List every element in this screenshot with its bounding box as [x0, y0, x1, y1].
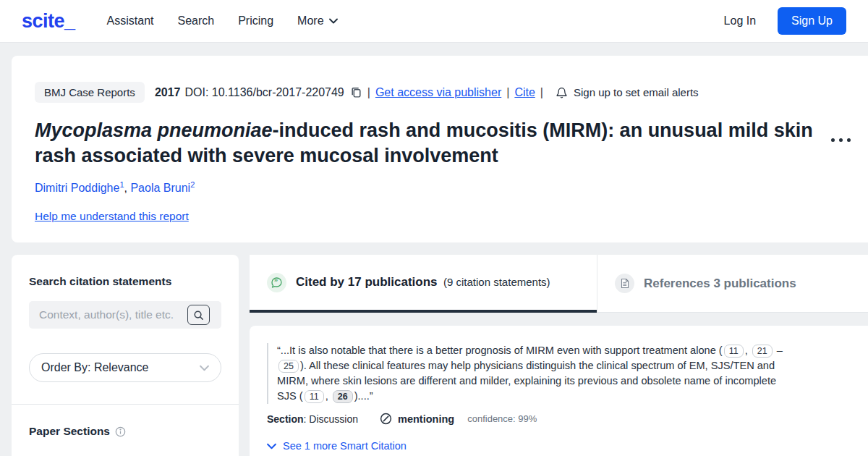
help-understand-link[interactable]: Help me understand this report	[35, 210, 189, 223]
chevron-down-icon	[267, 443, 276, 449]
quote-text: )....”	[354, 390, 373, 402]
sidebar-divider	[12, 404, 239, 405]
chevron-down-icon	[200, 365, 209, 371]
see-more-label: See 1 more Smart Citation	[283, 440, 407, 452]
search-submit-button[interactable]	[187, 305, 210, 325]
meta-separator: |	[506, 86, 509, 99]
author-link[interactable]: Dimitri Poddighe1	[35, 182, 124, 194]
quote-text: ,	[326, 390, 331, 402]
paper-doi: DOI: 10.1136/bcr-2017-220749	[184, 86, 344, 99]
get-access-link[interactable]: Get access via publisher	[375, 86, 501, 99]
chevron-down-icon	[329, 18, 338, 24]
bell-icon	[556, 86, 568, 99]
citation-ref-pill[interactable]: 11	[305, 390, 324, 403]
scite-logo[interactable]: scite_	[22, 10, 75, 33]
section-value: : Discussion	[304, 413, 358, 425]
dot	[847, 138, 851, 142]
dot	[831, 138, 835, 142]
tab-references-label: References 3 publications	[644, 276, 796, 291]
author-name: Dimitri Poddighe	[35, 182, 119, 194]
quote-text: ,	[745, 345, 751, 356]
mentioning-icon	[380, 413, 392, 425]
paper-sections-heading: Paper Sections	[29, 425, 110, 438]
paper-header-card: BMJ Case Reports 2017 DOI: 10.1136/bcr-2…	[12, 56, 868, 242]
cite-link[interactable]: Cite	[514, 86, 535, 99]
publications-tabbar: ” Cited by 17 publications (9 citation s…	[250, 255, 868, 313]
meta-separator: |	[367, 86, 370, 99]
email-alerts-label: Sign up to set email alerts	[574, 86, 699, 98]
citation-meta-row: Section: Discussion mentioning confidenc…	[267, 413, 851, 425]
citation-ref-pill[interactable]: 21	[752, 345, 773, 358]
quote-text: –	[774, 345, 783, 356]
nav-item-pricing[interactable]: Pricing	[238, 14, 273, 28]
info-icon[interactable]	[115, 426, 126, 437]
order-by-value: Order By: Relevance	[41, 361, 149, 374]
citation-statements-count: (9 citation statements)	[443, 276, 550, 288]
document-icon	[615, 274, 634, 293]
confidence-value: confidence: 99%	[467, 413, 537, 424]
dot	[839, 138, 843, 142]
more-options-menu[interactable]	[828, 135, 854, 145]
tab-references[interactable]: References 3 publications	[597, 255, 868, 313]
citation-search-box	[29, 301, 221, 329]
mentioning-label: mentioning	[398, 413, 454, 425]
main-nav: Assistant Search Pricing More	[107, 14, 338, 28]
search-citation-heading: Search citation statements	[29, 275, 221, 288]
citation-statement-card: “...It is also notable that there is a b…	[250, 326, 868, 456]
copy-doi-icon[interactable]	[350, 86, 362, 98]
author-link[interactable]: Paola Bruni2	[130, 182, 195, 194]
see-more-smart-citation-link[interactable]: See 1 more Smart Citation	[267, 440, 851, 452]
search-icon	[193, 310, 204, 321]
signup-button[interactable]: Sign Up	[778, 7, 846, 35]
nav-item-search[interactable]: Search	[177, 14, 214, 28]
authors-row: Dimitri Poddighe1, Paola Bruni2	[35, 180, 845, 195]
nav-more-label: More	[297, 14, 323, 28]
top-navbar: scite_ Assistant Search Pricing More Log…	[0, 0, 868, 43]
journal-badge[interactable]: BMJ Case Reports	[35, 82, 145, 103]
paper-title: Mycoplasma pneumoniae-induced rash and m…	[35, 118, 816, 169]
meta-separator: |	[540, 86, 543, 99]
quote-text: “...It is also notable that there is a b…	[277, 345, 723, 356]
paper-sections-header: Paper Sections	[29, 425, 221, 438]
citation-ref-pill[interactable]: 26	[333, 390, 353, 403]
citation-ref-pill[interactable]: 25	[278, 360, 299, 373]
nav-item-assistant[interactable]: Assistant	[107, 14, 154, 28]
author-name: Paola Bruni	[130, 182, 190, 194]
citation-quote: “...It is also notable that there is a b…	[267, 343, 789, 404]
paper-year: 2017	[155, 86, 181, 99]
quote-bubble-icon: ”	[267, 273, 286, 292]
section-label: Section	[267, 413, 304, 425]
order-by-select[interactable]: Order By: Relevance	[29, 353, 221, 382]
email-alerts-control[interactable]: Sign up to set email alerts	[556, 86, 699, 99]
tab-cited-by-label: Cited by 17 publications (9 citation sta…	[296, 275, 550, 290]
section-info: Section: Discussion	[267, 413, 358, 425]
cited-by-count: Cited by 17 publications	[296, 275, 438, 289]
citation-ref-pill[interactable]: 11	[724, 345, 744, 358]
tab-cited-by[interactable]: ” Cited by 17 publications (9 citation s…	[250, 255, 597, 313]
author-affiliation-sup: 2	[190, 180, 195, 189]
svg-text:”: ”	[274, 278, 278, 286]
paper-meta-row: BMJ Case Reports 2017 DOI: 10.1136/bcr-2…	[35, 82, 845, 103]
citation-search-sidebar: Search citation statements Order By: Rel…	[12, 255, 239, 456]
paper-title-italic: Mycoplasma pneumoniae	[35, 119, 273, 141]
nav-item-more[interactable]: More	[297, 14, 337, 28]
classification-badge: mentioning confidence: 99%	[380, 413, 537, 425]
login-link[interactable]: Log In	[724, 14, 756, 28]
